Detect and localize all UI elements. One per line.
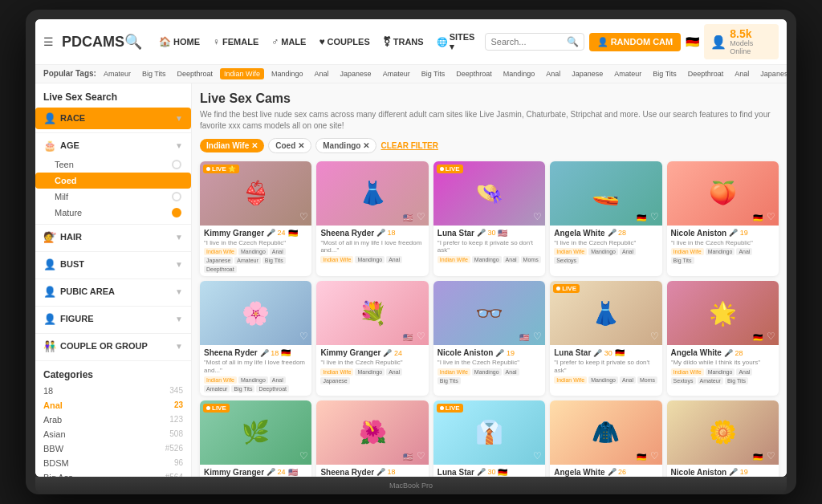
tag-item[interactable]: Deepthroat [452,68,496,79]
option-mature[interactable]: Mature [35,205,191,221]
cam-thumbnail: 🚤 ♡ 🇩🇪 [550,161,661,226]
cam-thumbnail: 👔 LIVE ♡ [433,400,545,465]
flag-icon: 🇺🇸 [403,333,413,342]
radio-milf [172,192,181,201]
cat-bbw[interactable]: BBW #526 [35,441,191,456]
cam-tag: Anal [736,248,752,255]
heart-icon[interactable]: ♡ [299,331,308,342]
tag-item[interactable]: Mandingo [499,68,539,79]
couple-filter-header[interactable]: 👫 COUPLE OR GROUP ▼ [35,335,191,357]
clear-filter-button[interactable]: CLEAR FILTER [380,141,437,150]
tag-item[interactable]: Big Tits [138,68,170,79]
heart-icon[interactable]: ♡ [650,211,659,222]
cam-card[interactable]: 🌼 ♡ 🇩🇪 Nicole Aniston 🎤 19 "I live in th… [667,400,779,477]
nav-sites[interactable]: 🌐SITES ▾ [431,29,481,55]
cam-thumbnail: 🌟 ♡ 🇩🇪 [667,281,779,345]
cam-card[interactable]: 👗 LIVE ♡ Luna Star 🎤 30🇩🇪 "I prefer to k… [550,281,661,395]
chip-close-icon[interactable]: ✕ [363,141,369,150]
bust-filter-header[interactable]: 👤 BUST ▼ [35,254,191,275]
tag-item[interactable]: Japanese [756,68,787,79]
nav-couples[interactable]: ♥COUPLES [313,29,375,55]
nav-male[interactable]: ♂MALE [266,29,311,55]
tag-item[interactable]: Anal [542,68,564,79]
cam-card[interactable]: 🌸 ♡ Sheena Ryder 🎤 18🇩🇪 "Most of all in … [200,281,311,395]
menu-icon[interactable]: ☰ [43,35,54,48]
heart-icon[interactable]: ♡ [533,331,542,342]
tag-item[interactable]: Deepthroat [684,68,728,79]
tag-item[interactable]: Big Tits [417,68,450,79]
cam-card[interactable]: 🚤 ♡ 🇩🇪 Angela White 🎤 28 "I live in the … [550,161,661,277]
race-filter-group: 👤 RACE ▼ [35,108,191,133]
laptop-model: MacBook Pro [389,482,433,490]
models-label: Models Online [730,40,772,56]
couple-label: COUPLE OR GROUP [60,341,148,351]
heart-icon[interactable]: ♡ [767,211,775,222]
cam-card[interactable]: 🌟 ♡ 🇩🇪 Angela White 🎤 28 "My dildo while… [667,281,779,395]
cam-card[interactable]: 💐 ♡ 🇺🇸 Kimmy Granger 🎤 24 "I live in the… [316,281,428,395]
heart-icon[interactable]: ♡ [299,211,308,222]
tag-item[interactable]: Amateur [610,68,645,79]
cam-card[interactable]: 👒 LIVE ♡ Luna Star 🎤 30🇺🇸 "I prefer to k… [433,161,545,277]
cam-card[interactable]: 🍑 ♡ 🇩🇪 Nicole Aniston 🎤 19 "I live in th… [667,161,779,277]
chip-coed[interactable]: Coed ✕ [268,138,311,153]
random-cam-button[interactable]: 👤 RANDOM CAM [589,33,682,51]
heart-icon[interactable]: ♡ [417,211,425,222]
cat-18[interactable]: 18 345 [35,384,191,398]
cam-card[interactable]: 🌺 ♡ 🇺🇸 Sheena Ryder 🎤 18 "Most of all in… [316,400,428,477]
heart-icon[interactable]: ♡ [533,450,542,461]
cam-card[interactable]: 👔 LIVE ♡ Luna Star 🎤 30🇩🇪 "I prefer to k… [433,400,545,477]
cat-asian[interactable]: Asian 508 [35,427,191,441]
tag-item[interactable]: Big Tits [649,68,681,79]
cam-tag: Mandingo [472,256,502,263]
heart-icon[interactable]: ♡ [650,450,659,461]
tag-item[interactable]: Mandingo [267,68,307,79]
cam-info: Kimmy Granger 🎤 24🇩🇪 "I live in the Czec… [200,226,311,277]
cat-bigass[interactable]: Big Ass #564 [35,470,191,477]
tag-item[interactable]: Amateur [379,68,414,79]
nav-female[interactable]: ♀FEMALE [207,29,264,55]
age-filter-header[interactable]: 🎂 AGE ▼ [35,135,191,156]
cam-card[interactable]: 🌿 LIVE ♡ Kimmy Granger 🎤 24🇺🇸 "I live in… [200,400,311,477]
hair-filter-header[interactable]: 💇 HAIR ▼ [35,226,191,248]
tag-item[interactable]: Japanese [336,68,376,79]
nav-home[interactable]: 🏠HOME [153,29,206,55]
search-input[interactable] [490,37,566,47]
heart-icon[interactable]: ♡ [767,331,775,342]
tag-indian-wife[interactable]: Indian Wife [220,68,264,79]
tag-item[interactable]: Anal [730,68,753,79]
chip-indian-wife[interactable]: Indian Wife ✕ [200,139,264,152]
heart-icon[interactable]: ♡ [417,450,425,461]
cam-card[interactable]: 👓 ♡ 🇺🇸 Nicole Aniston 🎤 19 "I live in th… [433,281,545,395]
cam-age: 🎤 24 [267,468,286,476]
tag-item[interactable]: Japanese [568,68,607,79]
heart-icon[interactable]: ♡ [417,331,425,342]
option-coed[interactable]: Coed [35,173,191,189]
chip-close-icon[interactable]: ✕ [298,141,304,150]
race-filter-header[interactable]: 👤 RACE ▼ [35,108,191,129]
pubic-filter-header[interactable]: 👤 PUBIC AREA ▼ [35,281,191,303]
heart-icon[interactable]: ♡ [650,331,659,342]
cam-card[interactable]: 👗 ♡ 🇺🇸 Sheena Ryder 🎤 18 "Most of all in… [316,161,428,277]
cat-bdsm[interactable]: BDSM 96 [35,456,191,470]
content-description: We find the best live nude sex cams acro… [200,109,779,132]
nav-trans[interactable]: ⚧TRANS [377,29,429,55]
cam-card[interactable]: 🧥 ♡ 🇩🇪 Angela White 🎤 26 "I live in the … [550,400,661,477]
figure-filter-header[interactable]: 👤 FIGURE ▼ [35,308,191,330]
heart-icon[interactable]: ♡ [533,211,542,222]
option-teen[interactable]: Teen [35,156,191,173]
search-icon[interactable]: 🔍 [567,36,579,47]
chip-mandingo[interactable]: Mandingo ✕ [315,138,376,153]
tag-item[interactable]: Deepthroat [173,68,217,79]
cam-age: 🎤 28 [724,349,743,357]
option-milf[interactable]: Milf [35,189,191,205]
tag-item[interactable]: Amateur [100,68,135,79]
chip-close-icon[interactable]: ✕ [251,141,258,150]
cat-arab[interactable]: Arab 123 [35,413,191,427]
heart-icon[interactable]: ♡ [767,450,775,461]
cam-tags: Indian Wife Mandingo Anal [320,256,424,263]
heart-icon[interactable]: ♡ [299,450,308,461]
cam-card[interactable]: 👙 LIVE ⭐ ♡ Kimmy Granger 🎤 24🇩🇪 "I live … [200,161,311,277]
cam-tag: Indian Wife [320,368,353,376]
cat-anal[interactable]: Anal 23 [35,398,191,413]
tag-item[interactable]: Anal [311,68,333,79]
